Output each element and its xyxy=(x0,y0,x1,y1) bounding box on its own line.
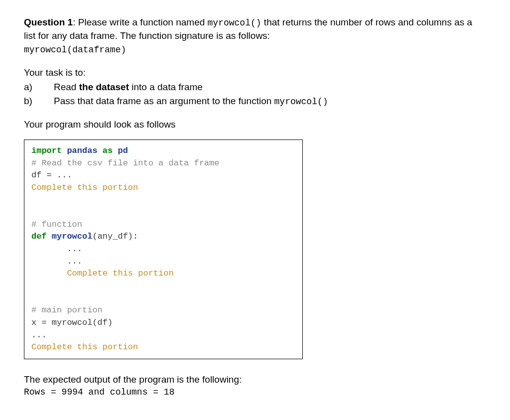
code-box: import pandas as pd # Read the csv file … xyxy=(24,140,303,359)
question-label: Question 1 xyxy=(24,17,73,27)
expected-output: Rows = 9994 and columns = 18 xyxy=(24,386,486,399)
task-heading: Your task is to: xyxy=(24,66,486,80)
task-text-a: Read the dataset into a data frame xyxy=(54,81,203,94)
task-item-a: a) Read the dataset into a data frame xyxy=(24,81,486,94)
task-section: Your task is to: a) Read the dataset int… xyxy=(24,66,486,108)
expected-section: The expected output of the program is th… xyxy=(24,373,486,399)
question-intro: Question 1: Please write a function name… xyxy=(24,16,486,56)
question-func-name: myrowcol() xyxy=(208,18,261,28)
task-label-a: a) xyxy=(24,81,54,94)
task-item-b: b) Pass that data frame as an argument t… xyxy=(24,95,486,108)
expected-intro: The expected output of the program is th… xyxy=(24,373,486,387)
task-list: a) Read the dataset into a data frame b)… xyxy=(24,81,486,109)
follows-line: Your program should look as follows xyxy=(24,118,486,132)
question-signature: myrowcol(dataframe) xyxy=(24,45,126,55)
task-text-b: Pass that data frame as an argument to t… xyxy=(54,95,328,108)
task-label-b: b) xyxy=(24,95,54,108)
question-intro-part1: : Please write a function named xyxy=(73,17,207,27)
